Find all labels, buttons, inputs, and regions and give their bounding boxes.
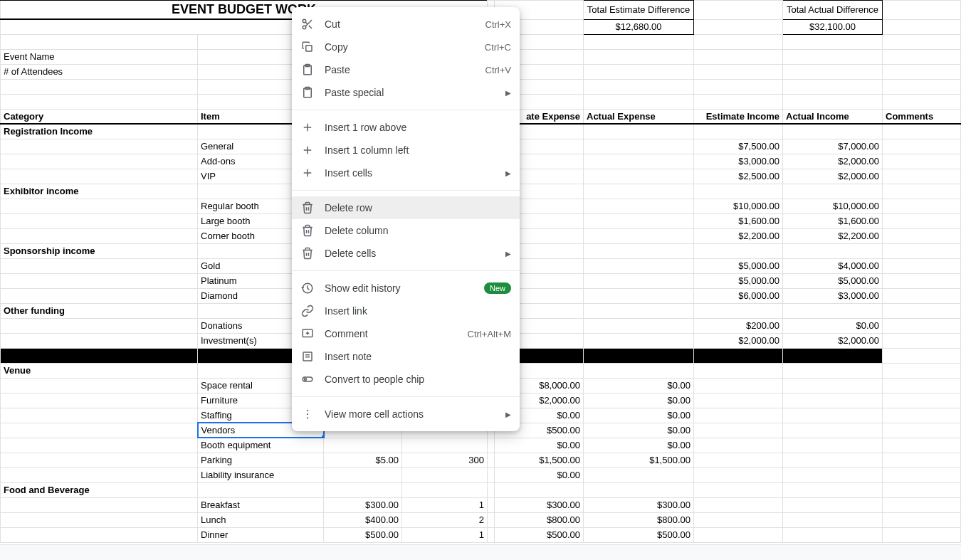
menu-paste-special[interactable]: Paste special ▶: [292, 81, 520, 104]
category-other-funding: Other funding: [1, 303, 198, 318]
chevron-right-icon: ▶: [505, 89, 511, 97]
table-row: Dinner$500.001$500.00$500.00: [1, 527, 961, 542]
note-icon: [300, 349, 315, 364]
trash-icon: [300, 246, 315, 260]
category-exhibitor: Exhibitor income: [1, 184, 198, 199]
context-menu: Cut Ctrl+X Copy Ctrl+C Paste Ctrl+V Past…: [292, 7, 520, 431]
chevron-right-icon: ▶: [505, 250, 511, 258]
table-row: Parking$5.00300$1,500.00$1,500.00: [1, 453, 961, 467]
svg-point-1: [303, 26, 306, 29]
total-estimate-diff-value: $12,680.00: [584, 19, 694, 34]
more-icon: [300, 407, 315, 421]
menu-delete-column[interactable]: Delete column: [292, 219, 520, 242]
svg-point-0: [303, 19, 306, 23]
svg-point-26: [307, 417, 308, 418]
header-estimate-income: Estimate Income: [694, 109, 783, 124]
menu-edit-history[interactable]: Show edit history New: [292, 277, 520, 300]
table-row: Liability insurance$0.00: [1, 467, 961, 482]
link-icon: [300, 304, 315, 318]
category-food: Food and Beverage: [1, 482, 198, 497]
plus-icon: [300, 166, 315, 180]
total-estimate-diff-label: Total Estimate Difference: [584, 1, 694, 20]
menu-insert-column[interactable]: Insert 1 column left: [292, 139, 520, 162]
menu-separator: [292, 110, 520, 110]
menu-paste[interactable]: Paste Ctrl+V: [292, 58, 520, 81]
svg-rect-5: [306, 46, 312, 51]
svg-line-4: [305, 22, 308, 24]
selection-handle[interactable]: [321, 435, 324, 438]
svg-point-24: [307, 410, 308, 411]
plus-icon: [300, 120, 315, 134]
menu-separator: [292, 270, 520, 271]
menu-separator: [292, 190, 520, 191]
menu-insert-row[interactable]: Insert 1 row above: [292, 116, 520, 139]
table-row: Breakfast$300.001$300.00$300.00: [1, 497, 961, 512]
menu-insert-note[interactable]: Insert note: [292, 345, 520, 368]
people-chip-icon: [300, 372, 315, 386]
trash-icon: [300, 223, 315, 238]
history-icon: [300, 281, 315, 295]
menu-cut[interactable]: Cut Ctrl+X: [292, 13, 520, 36]
menu-delete-cells[interactable]: Delete cells ▶: [292, 242, 520, 265]
comment-icon: [300, 327, 315, 341]
svg-point-23: [305, 379, 307, 381]
category-venue: Venue: [1, 363, 198, 378]
svg-line-3: [309, 26, 312, 28]
menu-comment[interactable]: Comment Ctrl+Alt+M: [292, 322, 520, 345]
paste-icon: [300, 63, 315, 77]
menu-separator: [292, 396, 520, 397]
paste-special-icon: [300, 85, 315, 100]
menu-copy[interactable]: Copy Ctrl+C: [292, 36, 520, 58]
header-comments: Comments: [883, 109, 961, 124]
menu-delete-row[interactable]: Delete row: [292, 196, 520, 219]
total-actual-diff-label: Total Actual Difference: [783, 1, 883, 20]
cut-icon: [300, 17, 315, 31]
category-registration: Registration Income: [1, 124, 198, 139]
trash-icon: [300, 201, 315, 215]
chevron-right-icon: ▶: [505, 411, 511, 418]
new-badge: New: [484, 282, 511, 294]
header-actual-income: Actual Income: [783, 109, 883, 124]
menu-insert-link[interactable]: Insert link: [292, 300, 520, 322]
menu-insert-cells[interactable]: Insert cells ▶: [292, 162, 520, 184]
chevron-right-icon: ▶: [505, 169, 511, 177]
category-sponsorship: Sponsorship income: [1, 243, 198, 258]
label-attendees: # of Attendees: [1, 64, 198, 79]
svg-point-25: [307, 413, 308, 415]
table-row: Booth equipment$0.00$0.00: [1, 438, 961, 453]
copy-icon: [300, 40, 315, 54]
total-actual-diff-value: $32,100.00: [783, 19, 883, 34]
header-category: Category: [1, 109, 198, 124]
label-event-name: Event Name: [1, 49, 198, 64]
menu-people-chip[interactable]: Convert to people chip: [292, 368, 520, 391]
table-row: Lunch$400.002$800.00$800.00: [1, 512, 961, 527]
menu-more-actions[interactable]: View more cell actions ▶: [292, 403, 520, 426]
header-actual-expense: Actual Expense: [584, 109, 694, 124]
plus-icon: [300, 143, 315, 157]
